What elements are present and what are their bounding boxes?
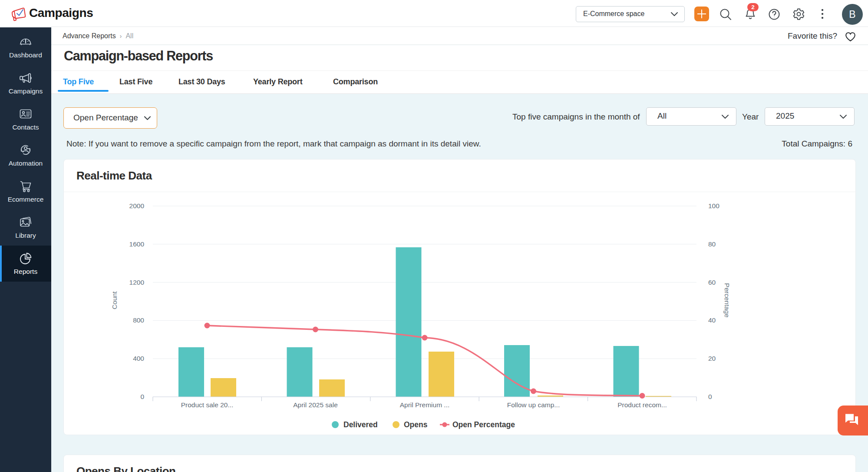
- svg-text:80: 80: [708, 240, 716, 248]
- svg-text:Delivered: Delivered: [343, 420, 378, 429]
- svg-text:Opens: Opens: [404, 420, 428, 429]
- svg-text:20: 20: [708, 355, 716, 362]
- svg-text:Follow up camp...: Follow up camp...: [507, 401, 560, 409]
- svg-text:1600: 1600: [129, 240, 145, 248]
- svg-text:Count: Count: [111, 291, 118, 309]
- svg-text:Product recom...: Product recom...: [617, 401, 667, 409]
- svg-text:Product sale 20...: Product sale 20...: [181, 401, 234, 409]
- svg-text:April Premium ...: April Premium ...: [400, 401, 450, 409]
- svg-text:0: 0: [140, 393, 144, 400]
- svg-text:April 2025 sale: April 2025 sale: [293, 401, 338, 409]
- svg-text:Open Percentage: Open Percentage: [452, 420, 515, 429]
- svg-text:400: 400: [133, 355, 144, 362]
- svg-text:0: 0: [708, 393, 712, 400]
- svg-text:Percentage: Percentage: [723, 283, 731, 317]
- svg-text:2000: 2000: [129, 202, 145, 209]
- svg-text:40: 40: [708, 316, 716, 324]
- svg-text:800: 800: [133, 316, 144, 324]
- svg-text:100: 100: [708, 202, 719, 209]
- svg-text:1200: 1200: [129, 279, 145, 286]
- svg-text:60: 60: [708, 279, 716, 286]
